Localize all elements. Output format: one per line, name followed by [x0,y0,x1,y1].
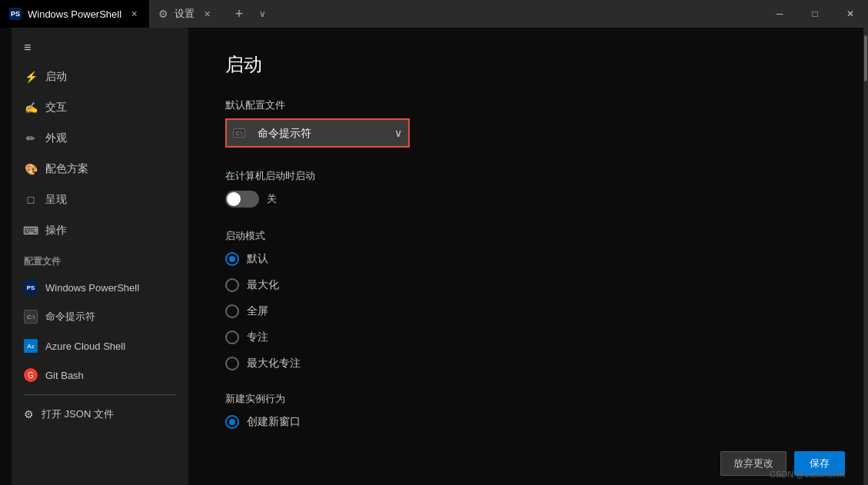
tab-powershell-label: Windows PowerShell [28,8,121,20]
profile-item-azure[interactable]: Az Azure Cloud Shell [12,331,188,360]
sidebar-item-rendering[interactable]: □ 呈现 [12,184,188,215]
powershell-icon: PS [9,8,22,20]
actions-icon: ⌨ [24,224,38,238]
startup-toggle-row: 关 [225,191,826,208]
sidebar-item-startup[interactable]: ⚡ 启动 [12,61,188,92]
settings-page-title: 启动 [225,52,826,77]
window-controls: ─ □ ✕ [762,0,868,28]
startup-on-boot-label: 在计算机启动时启动 [225,169,826,183]
profile-cmd-label: 命令提示符 [45,310,95,324]
watermark-text: CSDN @JasonGKK [770,470,845,479]
sidebar-item-interaction-label: 交互 [45,101,67,115]
toggle-state-label: 关 [267,192,277,206]
profiles-section-label: 配置文件 [12,246,188,273]
hamburger-button[interactable]: ≡ [12,34,188,61]
open-json-label: 打开 JSON 文件 [42,407,114,421]
new-tab-button[interactable]: + [228,3,250,25]
radio-maxfocus-circle [225,357,239,370]
close-button[interactable]: ✕ [833,0,868,28]
profile-git-label: Git Bash [45,370,84,381]
new-instance-radio-group: 创建新窗口 [225,415,826,429]
scrollbar[interactable] [863,28,868,485]
profile-azure-label: Azure Cloud Shell [45,340,125,352]
radio-newwindow-circle [225,415,239,429]
minimize-button[interactable]: ─ [762,0,797,28]
rendering-icon: □ [24,193,38,207]
tab-powershell-close[interactable]: ✕ [128,8,140,20]
settings-footer: 放弃更改 保存 [188,442,863,485]
launch-mode-radio-group: 默认 最大化 全屏 专注 最大化专注 [225,252,826,370]
new-instance-label: 新建实例行为 [225,392,826,406]
sidebar-item-colorscheme-label: 配色方案 [45,162,88,176]
launch-mode-default[interactable]: 默认 [225,252,826,266]
default-profile-label: 默认配置文件 [225,98,826,112]
colorscheme-icon: 🎨 [24,162,38,176]
profile-azure-icon: Az [24,339,38,353]
settings-content: 启动 默认配置文件 C:\ 命令提示符 ∨ 在计算机启动时启动 关 启动模式 [188,28,863,485]
scroll-thumb [864,35,867,81]
sidebar-item-appearance[interactable]: ✏ 外观 [12,123,188,154]
tab-powershell[interactable]: PS Windows PowerShell ✕ [0,0,149,28]
radio-default-circle [225,252,239,266]
profile-cmd-icon: C:\ [24,310,38,324]
gear-icon: ⚙ [158,8,168,20]
sidebar-item-interaction[interactable]: ✍ 交互 [12,92,188,123]
radio-focus-circle [225,331,239,344]
profile-git-icon: G [24,368,38,382]
sidebar-item-startup-label: 启动 [45,70,67,84]
default-profile-dropdown[interactable]: C:\ 命令提示符 [225,118,410,148]
title-bar: PS Windows PowerShell ✕ ⚙ 设置 ✕ + ∨ ─ □ ✕ [0,0,868,28]
profile-item-cmd[interactable]: C:\ 命令提示符 [12,302,188,331]
dropdown-cmd-icon: C:\ [233,128,245,138]
launch-mode-label: 启动模式 [225,229,826,243]
sidebar-separator [24,394,176,395]
interaction-icon: ✍ [24,101,38,115]
startup-icon: ⚡ [24,70,38,84]
radio-newwindow-dot [229,419,235,425]
profile-item-git[interactable]: G Git Bash [12,360,188,390]
open-json-link[interactable]: ⚙ 打开 JSON 文件 [12,400,188,429]
radio-maximized-label: 最大化 [247,278,279,292]
tab-settings-label: 设置 [175,7,195,21]
tab-dropdown-button[interactable]: ∨ [253,5,271,23]
settings-sidebar: ≡ ⚡ 启动 ✍ 交互 ✏ 外观 🎨 配色方案 □ 呈现 ⌨ 操作 配置文件 P… [12,28,188,485]
startup-toggle[interactable] [225,191,259,208]
sidebar-item-appearance-label: 外观 [45,131,67,145]
launch-mode-fullscreen[interactable]: 全屏 [225,304,826,318]
json-icon: ⚙ [24,408,34,420]
radio-focus-label: 专注 [247,331,268,344]
toggle-thumb [227,192,241,206]
title-bar-actions: + ∨ [222,3,278,25]
radio-fullscreen-circle [225,304,239,318]
default-profile-dropdown-wrapper: C:\ 命令提示符 ∨ [225,118,410,148]
appearance-icon: ✏ [24,131,38,145]
radio-fullscreen-label: 全屏 [247,304,268,318]
maximize-button[interactable]: □ [797,0,833,28]
radio-default-dot [229,256,235,262]
tab-settings[interactable]: ⚙ 设置 ✕ [149,0,222,28]
sidebar-item-colorscheme[interactable]: 🎨 配色方案 [12,154,188,184]
profile-ps-label: Windows PowerShell [45,282,139,294]
radio-maximized-circle [225,278,239,292]
profile-item-powershell[interactable]: PS Windows PowerShell [12,273,188,302]
sidebar-item-actions-label: 操作 [45,224,67,238]
dropdown-selected-value: 命令提示符 [236,118,311,148]
radio-maxfocus-label: 最大化专注 [247,357,301,370]
tab-settings-close[interactable]: ✕ [201,8,213,20]
launch-mode-maximized[interactable]: 最大化 [225,278,826,292]
launch-mode-focus[interactable]: 专注 [225,331,826,344]
launch-mode-maximized-focus[interactable]: 最大化专注 [225,357,826,370]
new-instance-new-window[interactable]: 创建新窗口 [225,415,301,429]
sidebar-item-actions[interactable]: ⌨ 操作 [12,215,188,246]
radio-default-label: 默认 [247,252,268,266]
main-area: ≡ ⚡ 启动 ✍ 交互 ✏ 外观 🎨 配色方案 □ 呈现 ⌨ 操作 配置文件 P… [0,28,868,485]
sidebar-item-rendering-label: 呈现 [45,193,67,207]
profile-ps-icon: PS [24,281,38,294]
terminal-background [0,28,12,485]
radio-newwindow-label: 创建新窗口 [247,415,301,429]
